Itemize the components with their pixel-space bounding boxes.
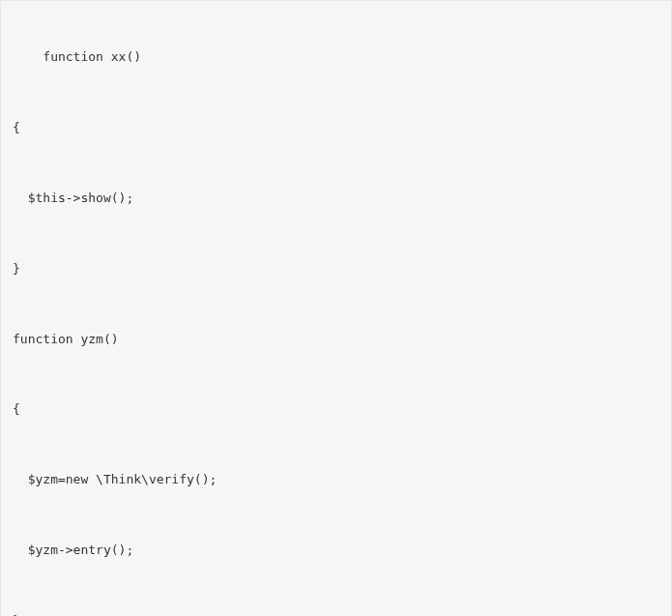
code-text: function xx() { $this->show(); } functio… [13,49,217,616]
code-block-php: function xx() { $this->show(); } functio… [0,0,672,616]
